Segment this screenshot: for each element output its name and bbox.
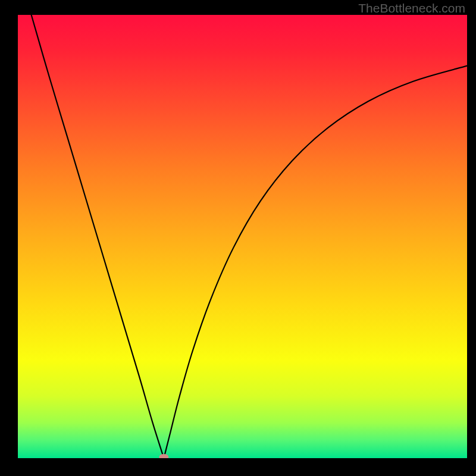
chart-svg — [18, 15, 467, 458]
watermark-text: TheBottleneck.com — [358, 1, 465, 15]
chart-plot-area — [18, 15, 467, 458]
chart-background — [18, 15, 467, 458]
